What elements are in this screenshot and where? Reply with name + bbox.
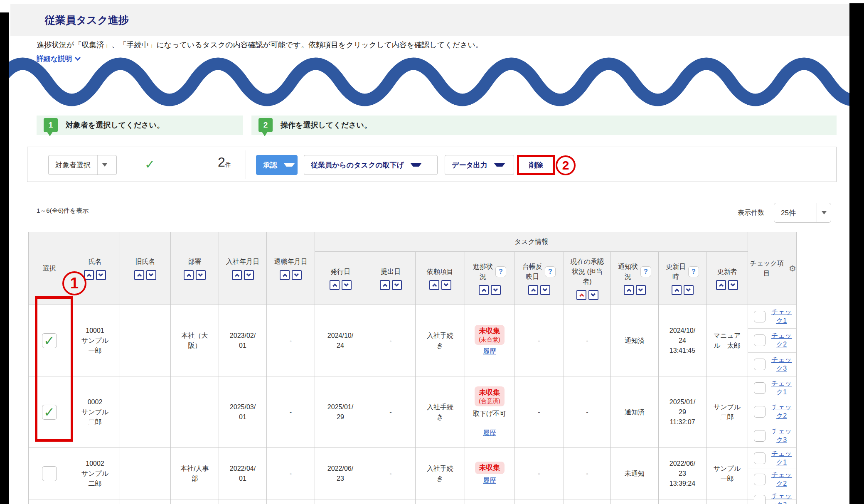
sort-desc-button[interactable]: [196, 270, 206, 280]
cell-updated: 2024/10/2413:41:45: [659, 305, 706, 376]
sort-desc-button[interactable]: [491, 285, 501, 295]
sort-desc-button[interactable]: [244, 270, 254, 280]
dropdown-caret-icon: [817, 203, 831, 222]
help-icon[interactable]: ?: [545, 266, 556, 277]
sort-asc-button[interactable]: [716, 280, 726, 290]
page-title: 従業員タスク進捗: [45, 4, 849, 36]
check-item-checkbox[interactable]: [754, 359, 766, 370]
check-item-link[interactable]: チェック3: [770, 427, 793, 445]
cell-ledger_date: -: [514, 305, 564, 376]
cell-name: 0002サンプル二郎: [70, 376, 120, 448]
chevron-up-icon: [531, 288, 536, 293]
sort-desc-button[interactable]: [636, 285, 646, 295]
col-header-approval: 現在の承認状況 (担当者): [564, 252, 611, 305]
sort-controls: [219, 270, 266, 280]
col-header-progress: 進捗状況?: [465, 252, 514, 305]
delete-button[interactable]: 削除: [517, 155, 555, 175]
toolbar-divider: [246, 150, 246, 179]
gear-icon[interactable]: ⚙: [789, 263, 796, 273]
sort-desc-button[interactable]: [96, 270, 106, 280]
check-item-link[interactable]: チェック3: [770, 356, 793, 373]
check-item-checkbox[interactable]: [754, 474, 766, 485]
check-item-checkbox[interactable]: [754, 406, 766, 418]
sort-asc-button[interactable]: [576, 290, 586, 300]
col-label-submit_date: 提出日: [366, 267, 415, 277]
data-export-button[interactable]: データ出力: [445, 155, 514, 175]
help-icon[interactable]: ?: [688, 266, 699, 277]
sort-desc-button[interactable]: [392, 280, 402, 290]
selected-count: 2件: [218, 155, 231, 170]
chevron-down-icon: [75, 55, 81, 61]
sort-desc-button[interactable]: [146, 270, 156, 280]
history-link[interactable]: 履歴: [483, 347, 496, 356]
sort-asc-button[interactable]: [672, 285, 682, 295]
check-item-link[interactable]: チェック1: [770, 502, 793, 504]
sort-desc-button[interactable]: [684, 285, 694, 295]
sort-asc-button[interactable]: [479, 285, 489, 295]
sort-desc-button[interactable]: [292, 270, 302, 280]
sort-desc-button[interactable]: [540, 285, 550, 295]
cell-department: 本社（大阪）: [171, 305, 219, 376]
check-item-checkbox[interactable]: [754, 382, 766, 394]
cell-request_item: [416, 499, 465, 504]
row-select-checkbox[interactable]: [42, 466, 57, 481]
cell-notify: 通知済: [611, 376, 659, 448]
sort-asc-button[interactable]: [429, 280, 439, 290]
sort-asc-button[interactable]: [184, 270, 194, 280]
cell-updater: サンプル一郎: [706, 448, 748, 499]
check-item-link[interactable]: チェック2: [770, 471, 793, 488]
table-head: 選択氏名旧氏名部署入社年月日退職年月日タスク情報チェック項目⚙発行日提出日依頼項…: [29, 232, 797, 305]
sort-asc-button[interactable]: [624, 285, 634, 295]
dropdown-caret-icon: [97, 155, 111, 175]
history-link[interactable]: 履歴: [483, 477, 496, 485]
sort-asc-button[interactable]: [280, 270, 290, 280]
cell-ledger_date: [514, 499, 564, 504]
history-link[interactable]: 履歴: [483, 429, 496, 438]
col-label-department: 部署: [171, 257, 219, 267]
check-item-link[interactable]: チェック1: [770, 308, 793, 325]
result-range-text: 1～6(全6)件を表示: [37, 207, 89, 215]
col-label-ledger_date: 台帳反映日?: [514, 262, 564, 282]
progress-status-badge: 未収集(合意済): [475, 386, 504, 406]
step-2-label: 操作を選択してください。: [281, 116, 372, 135]
sort-desc-button[interactable]: [728, 280, 738, 290]
cell-request_item[interactable]: 入社手続き: [416, 376, 465, 448]
sort-controls: [366, 280, 415, 290]
cell-select: [29, 499, 70, 504]
cell-check_items: チェック1チェック2チェック3: [748, 448, 797, 499]
check-item-link[interactable]: チェック1: [770, 379, 793, 397]
check-item-checkbox[interactable]: [754, 430, 766, 442]
chevron-up-icon: [235, 273, 239, 278]
check-item-link[interactable]: チェック2: [770, 403, 793, 420]
sort-asc-button[interactable]: [380, 280, 390, 290]
help-icon[interactable]: ?: [495, 266, 506, 277]
sort-desc-button[interactable]: [588, 290, 598, 300]
sort-asc-button[interactable]: [330, 280, 340, 290]
sort-desc-button[interactable]: [342, 280, 352, 290]
step-2-badge-tail: [262, 132, 268, 136]
approve-button[interactable]: 承認: [256, 155, 298, 175]
check-item-link[interactable]: チェック2: [770, 332, 793, 349]
withdraw-task-button[interactable]: 従業員からのタスクの取下げ: [304, 155, 438, 175]
target-select-dropdown[interactable]: 対象者選択: [48, 155, 117, 175]
annotation-circle-2: 2: [556, 155, 576, 175]
per-page-select[interactable]: 25件: [774, 203, 831, 223]
check-item-checkbox[interactable]: [754, 334, 766, 346]
check-item-link[interactable]: チェック1: [770, 450, 793, 467]
cell-progress: 未収集履歴: [465, 448, 514, 499]
sort-controls: [171, 270, 219, 280]
sort-asc-button[interactable]: [528, 285, 538, 295]
detail-description-link[interactable]: 詳細な説明: [37, 54, 80, 64]
cell-notify: [611, 499, 659, 504]
sort-asc-button[interactable]: [134, 270, 144, 280]
sort-asc-button[interactable]: [232, 270, 242, 280]
help-icon[interactable]: ?: [640, 266, 651, 277]
cell-request_item[interactable]: 入社手続き: [416, 305, 465, 376]
cell-request_item[interactable]: 入社手続き: [416, 448, 465, 499]
chevron-down-icon: [443, 282, 448, 286]
check-item-checkbox[interactable]: [754, 452, 766, 464]
sort-desc-button[interactable]: [441, 280, 451, 290]
sort-controls: [120, 270, 170, 280]
check-item-checkbox[interactable]: [754, 311, 766, 322]
col-label-retire_date: 退職年月日: [267, 257, 315, 267]
